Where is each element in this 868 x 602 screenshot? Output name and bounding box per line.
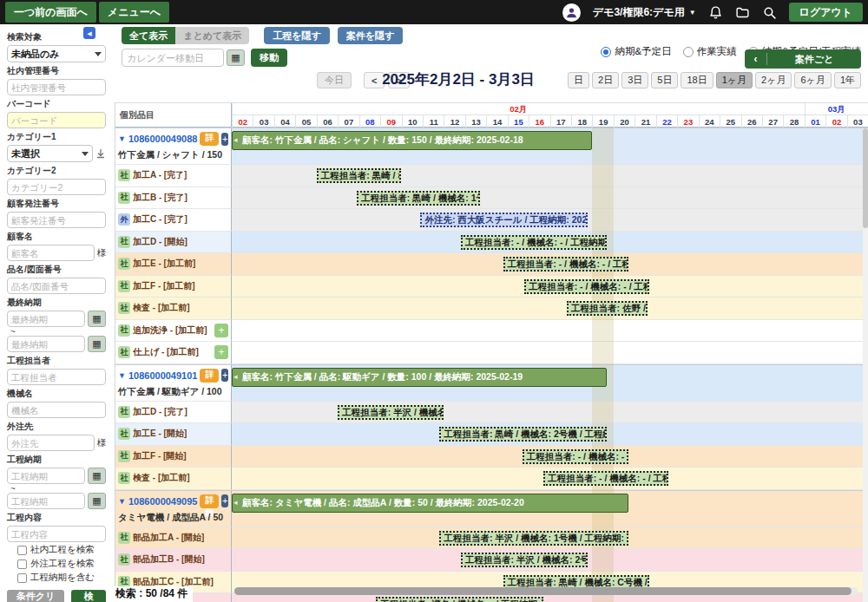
customer-order-number-input[interactable] xyxy=(7,212,106,228)
show-all-button[interactable]: 全て表示 xyxy=(122,27,175,44)
category2-input[interactable] xyxy=(7,179,106,195)
hide-case-button[interactable]: 案件を隠す xyxy=(338,27,404,44)
internal-badge: 社 xyxy=(118,472,130,484)
gantt-bar[interactable]: 工程担当者: 黒崎 / 機械名: 2号機 / 工程納 xyxy=(439,427,607,442)
checkbox-include-process-due[interactable]: 工程納期を含む xyxy=(17,572,106,584)
menu-button[interactable]: メニューへ xyxy=(99,2,169,23)
group-id-link[interactable]: 1086000049095 xyxy=(128,496,198,507)
folder-icon[interactable] xyxy=(735,5,750,20)
period-3日[interactable]: 3日 xyxy=(621,72,648,88)
triangle-down-icon[interactable]: ▼ xyxy=(118,497,126,506)
back-button[interactable]: 一つ前の画面へ xyxy=(5,2,96,23)
search-icon[interactable] xyxy=(762,5,777,20)
gantt-bar[interactable]: 工程担当者: - / 機械名: - / 工程納期 xyxy=(461,235,608,250)
final-due-date-input[interactable] xyxy=(7,311,85,327)
machine-name-input[interactable] xyxy=(7,402,106,418)
order-bar[interactable]: ◂顧客名: タミヤ電機 / 品名: 成型品A / 数量: 50 / 最終納期: … xyxy=(232,494,628,513)
internal-badge: 社 xyxy=(118,192,130,204)
gantt-bar[interactable]: 工程担当者: - / 機械名: - / 工程 xyxy=(503,257,628,272)
drag-handle-left-icon[interactable]: ◂ xyxy=(233,494,238,511)
drag-handle-left-icon[interactable]: ◂ xyxy=(233,369,238,385)
subcontractor-input[interactable] xyxy=(7,435,95,451)
radio-dot[interactable] xyxy=(683,47,694,57)
vertical-scrollbar[interactable] xyxy=(863,128,868,602)
add-plus-button[interactable]: + xyxy=(221,133,228,146)
category1-select[interactable]: 未選択 xyxy=(7,145,93,162)
process-row-cells: 工程担当者: - / 機械名: - xyxy=(232,446,868,468)
gantt-bar[interactable]: 工程担当者: 佐野 / 機 xyxy=(567,301,648,316)
barcode-input[interactable] xyxy=(7,112,106,128)
gantt-bar[interactable]: 工程担当者: 黒崎 / 機械名: 1号 xyxy=(357,191,480,206)
radio-dot[interactable] xyxy=(601,47,611,57)
gantt-bar[interactable]: 工程担当者: 瀬名 / 機械名: - / 工程納期: xyxy=(376,597,543,602)
hide-process-button[interactable]: 工程を隠す xyxy=(264,27,330,44)
process-manager-input[interactable] xyxy=(7,369,106,385)
period-日[interactable]: 日 xyxy=(568,72,589,88)
checkbox-box[interactable] xyxy=(17,573,27,583)
gantt-bar[interactable]: 工程担当者: 黒崎 / 機 xyxy=(317,168,402,183)
order-bar[interactable]: ◂顧客名: 竹下金属 / 品名: シャフト / 数量: 150 / 最終納期: … xyxy=(232,131,592,150)
period-2ヶ月[interactable]: 2ヶ月 xyxy=(755,72,792,88)
logout-button[interactable]: ログアウト xyxy=(789,3,863,22)
show-summary-button[interactable]: まとめて表示 xyxy=(175,27,249,44)
order-bar[interactable]: ◂顧客名: 竹下金属 / 品名: 駆動ギア / 数量: 100 / 最終納期: … xyxy=(232,368,607,387)
move-button[interactable]: 移動 xyxy=(251,49,287,67)
case-mode-button[interactable]: ‹ 案件ごと xyxy=(745,49,861,69)
checkbox-box[interactable] xyxy=(17,559,27,569)
triangle-down-icon[interactable]: ▼ xyxy=(118,134,126,143)
gantt-bar[interactable]: 工程担当者: - / 機械名: - / 工程 xyxy=(524,279,649,294)
process-content-input[interactable] xyxy=(7,526,106,542)
user-menu[interactable]: デモ3/権限6:デモ用 ▼ xyxy=(593,5,696,20)
detail-button[interactable]: 詳細 xyxy=(200,132,219,146)
calendar-icon-button[interactable]: ▦ xyxy=(88,311,106,327)
calendar-icon-button[interactable]: ▦ xyxy=(88,468,106,484)
detail-button[interactable]: 詳細 xyxy=(200,369,219,383)
gantt-bar[interactable]: 工程担当者: 半沢 / 機械名 xyxy=(338,405,444,420)
period-2日[interactable]: 2日 xyxy=(592,72,619,88)
clear-conditions-button[interactable]: 条件クリア xyxy=(7,590,64,602)
customer-name-input[interactable] xyxy=(7,245,95,261)
triangle-down-icon[interactable]: ▼ xyxy=(118,371,126,380)
add-process-button[interactable]: + xyxy=(214,345,228,359)
gantt-bar[interactable]: 工程担当者: 半沢 / 機械名: 1号機 / 工程納期: 2 xyxy=(439,531,628,546)
radio-due-planned[interactable]: 納期&予定日 xyxy=(601,45,671,58)
detail-button[interactable]: 詳細 xyxy=(200,494,219,508)
final-due-date-input[interactable] xyxy=(7,336,85,352)
calendar-icon-button[interactable]: ▦ xyxy=(88,493,106,509)
vertical-scrollbar-thumb[interactable] xyxy=(863,128,868,228)
drag-handle-left-icon[interactable]: ◂ xyxy=(233,132,238,148)
group-id-link[interactable]: 1086000049088 xyxy=(128,134,198,144)
gantt-bar[interactable]: 工程担当者: - / 機械名: - xyxy=(523,449,628,464)
calendar-icon-button[interactable]: ▦ xyxy=(88,336,106,352)
horizontal-scrollbar-thumb[interactable] xyxy=(234,587,852,595)
process-label: 加工A - [完了] xyxy=(133,169,187,181)
process-due-date-input[interactable] xyxy=(7,493,85,509)
group-id-link[interactable]: 1086000049101 xyxy=(128,370,198,381)
period-1年[interactable]: 1年 xyxy=(834,72,861,88)
item-name-drawing-number-input[interactable] xyxy=(7,278,106,294)
sidebar-collapse-button[interactable]: ◀ xyxy=(83,27,95,39)
period-18日[interactable]: 18日 xyxy=(681,72,713,88)
horizontal-scrollbar[interactable] xyxy=(234,587,858,595)
internal-control-number-input[interactable] xyxy=(7,79,106,95)
radio-work-actual[interactable]: 作業実績 xyxy=(683,45,737,58)
add-process-button[interactable]: + xyxy=(214,324,228,337)
period-1ヶ月[interactable]: 1ヶ月 xyxy=(716,72,753,88)
bell-icon[interactable] xyxy=(708,5,723,20)
gantt-bar[interactable]: 工程担当者: - / 機械名: - / 工程 xyxy=(543,471,668,486)
search-button[interactable]: 検索 xyxy=(71,590,106,602)
search-target-select[interactable]: 未納品のみ xyxy=(7,45,106,62)
gantt-bar[interactable]: 外注先: 西大阪スチール / 工程納期: 2025 xyxy=(420,213,588,227)
checkbox-search-external-process[interactable]: 外注工程を検索 xyxy=(17,558,106,570)
sort-to-bottom-icon[interactable] xyxy=(95,148,106,159)
period-6ヶ月[interactable]: 6ヶ月 xyxy=(794,72,831,88)
period-5日[interactable]: 5日 xyxy=(651,72,678,88)
checkbox-search-internal-process[interactable]: 社内工程を検索 xyxy=(17,544,106,556)
add-plus-button[interactable]: + xyxy=(221,494,228,507)
checkbox-box[interactable] xyxy=(17,546,27,555)
calendar-icon-button[interactable]: ▦ xyxy=(227,49,245,66)
calendar-move-input[interactable] xyxy=(122,49,224,67)
process-due-date-input[interactable] xyxy=(7,468,85,484)
gantt-bar[interactable]: 工程担当者: 半沢 / 機械名: 2号 xyxy=(461,553,589,567)
add-plus-button[interactable]: + xyxy=(221,369,228,382)
